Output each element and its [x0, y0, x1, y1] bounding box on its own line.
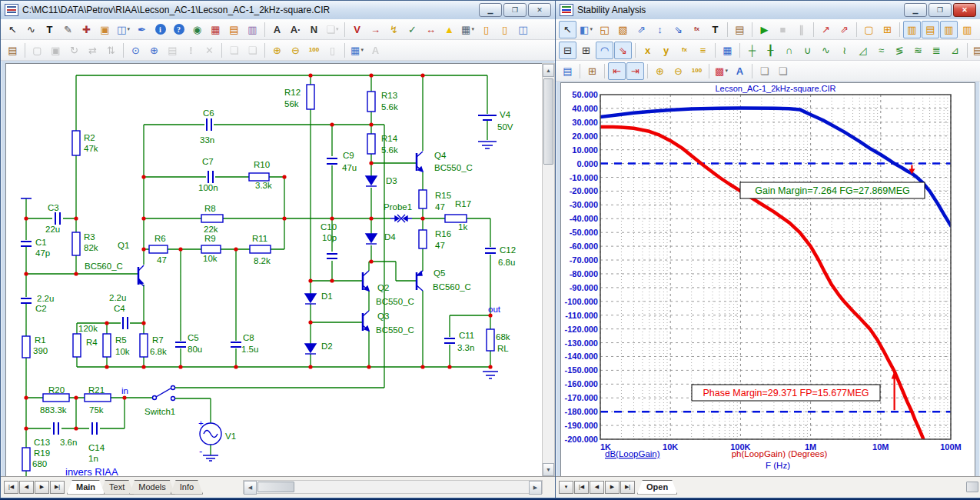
minimize-button[interactable]: ▁ — [904, 3, 927, 17]
horizontal-axis-icon[interactable]: ⊟ — [559, 42, 576, 59]
curve-tracker-icon[interactable]: ◠ — [596, 42, 613, 59]
wave-compare-icon[interactable]: ≶ — [891, 42, 909, 59]
grid-icon[interactable]: ▦▾ — [459, 21, 477, 38]
tab-nav-button[interactable]: ▾ — [559, 481, 573, 494]
restore-button[interactable]: ❐ — [929, 3, 952, 17]
bring-front-icon[interactable]: ❏ — [756, 62, 773, 80]
vertical-axis-icon[interactable]: ⊞ — [577, 42, 595, 59]
panel-one-icon[interactable]: ▥ — [903, 21, 921, 38]
split-view-icon[interactable]: ◫ — [514, 21, 532, 38]
wire-mode-icon[interactable]: ∿ — [22, 21, 40, 38]
sheet-list-icon[interactable]: ▤ — [225, 21, 243, 38]
wave-all-icon[interactable]: ⊿ — [946, 42, 964, 59]
scroll-down-icon[interactable]: ▼ — [543, 463, 554, 476]
tab-nav-button[interactable]: |◀ — [4, 481, 18, 494]
wave-bottom-icon[interactable]: ∪ — [799, 42, 816, 59]
formula-icon[interactable]: fx — [688, 21, 706, 38]
zoom-list-icon[interactable]: ≡ — [694, 42, 712, 59]
panel-three-icon[interactable]: ▥ — [940, 21, 958, 38]
tab-open[interactable]: Open — [637, 480, 677, 495]
scroll-left-icon[interactable]: ◀ — [244, 481, 257, 495]
wave-fall-icon[interactable]: ≀ — [835, 42, 853, 59]
cursor-right-icon[interactable]: ⇥ — [626, 62, 644, 80]
text-mode-icon[interactable]: T — [706, 21, 724, 38]
tab-nav-button[interactable]: ▶| — [620, 481, 635, 494]
tab-nav-button[interactable]: ◀ — [19, 481, 34, 494]
vscroll-thumb[interactable] — [543, 78, 553, 165]
zoom-window-icon[interactable]: ◱ — [596, 21, 613, 38]
tab-nav-button[interactable]: |◀ — [574, 481, 589, 494]
tab-info[interactable]: Info — [171, 480, 203, 495]
tab-nav-button[interactable]: ▶ — [605, 481, 620, 494]
scroll-up-icon[interactable]: ▲ — [543, 64, 554, 77]
properties-icon[interactable]: ▤ — [4, 42, 22, 59]
tab-nav-button[interactable]: ▶| — [50, 481, 65, 494]
zoom-out-icon[interactable]: ⊖ — [287, 42, 304, 59]
schematic-vscrollbar[interactable]: ▲ ▼ — [542, 63, 555, 477]
panel-two-icon[interactable]: ▤ — [922, 21, 939, 38]
analysis-titlebar[interactable]: Stability Analysis ▁ ❐ ✕ — [556, 1, 980, 19]
restore-button[interactable]: ❐ — [503, 3, 527, 17]
tab-text[interactable]: Text — [100, 480, 134, 495]
cursor-next-icon[interactable]: ⇗ — [835, 21, 853, 38]
page-info-icon[interactable]: ▯ — [496, 21, 513, 38]
wave-cross-icon[interactable]: ≈ — [872, 42, 890, 59]
font-icon[interactable]: A — [731, 62, 749, 80]
find-node-icon[interactable]: N — [305, 21, 323, 38]
send-back-icon[interactable]: ❏ — [774, 62, 792, 80]
cursor-mode-icon[interactable]: ↗ — [817, 21, 835, 38]
annotate-icon[interactable]: ▥ — [244, 21, 261, 38]
pin-connection-icon[interactable]: ↔ — [422, 21, 440, 38]
list-icon[interactable]: ▤ — [559, 62, 576, 80]
tab-models[interactable]: Models — [129, 480, 174, 495]
zoom-100-icon[interactable]: 100 — [688, 62, 706, 80]
scale-y-icon[interactable]: ↕ — [651, 21, 669, 38]
wave-peak-icon[interactable]: ┼ — [743, 42, 761, 59]
web-icon[interactable]: ◉ — [188, 21, 206, 38]
wave-valley-icon[interactable]: ╂ — [762, 42, 779, 59]
wave-rise-icon[interactable]: ∿ — [817, 42, 835, 59]
model-editor-icon[interactable]: ▦ — [207, 21, 224, 38]
close-button[interactable]: ✕ — [953, 3, 976, 17]
find-attr-icon[interactable]: A· — [287, 21, 304, 38]
scroll-right-icon[interactable]: ▶ — [529, 481, 542, 495]
panel-four-icon[interactable]: ▥ — [958, 21, 976, 38]
schematic-canvas[interactable]: R247kR382kC322uC147p2.2uC2R1390120kR4R51… — [5, 63, 543, 477]
zoom-x-icon[interactable]: x — [639, 42, 656, 59]
tab-nav-button[interactable]: ◀ — [590, 481, 604, 494]
analysis-hscroll-thumb[interactable] — [966, 482, 978, 492]
zoom-out-icon[interactable]: ⊖ — [669, 62, 687, 80]
zoom-in-icon[interactable]: ⊕ — [651, 62, 669, 80]
gain-margin-label[interactable]: Gain Margin=7.264 FG=27.869MEG — [740, 182, 925, 198]
design-check-icon[interactable]: ✓ — [404, 21, 421, 38]
warning-icon[interactable]: ▲ — [440, 21, 458, 38]
zoom-y-icon[interactable]: y — [657, 42, 675, 59]
phase-margin-label[interactable]: Phase Margin=29.371 FP=15.677MEG — [692, 385, 880, 401]
flag-icon[interactable]: ✚ — [78, 21, 95, 38]
scale-xy-icon[interactable]: ⇗ — [633, 21, 650, 38]
data-points-icon[interactable]: ⊞ — [879, 21, 896, 38]
line-draw-icon[interactable]: ✎ — [59, 21, 77, 38]
find-icon[interactable]: ⊙ — [127, 42, 145, 59]
attribute-pen-icon[interactable]: ✒ — [133, 21, 151, 38]
find-text-icon[interactable]: A — [268, 21, 286, 38]
select-box-icon[interactable]: ▢ — [860, 21, 878, 38]
edit-table-icon[interactable]: ▦ — [719, 42, 736, 59]
find-next-icon[interactable]: ⊕ — [145, 42, 163, 59]
zoom-in-icon[interactable]: ⊕ — [268, 42, 286, 59]
hscroll-thumb[interactable] — [257, 482, 294, 492]
schematic-hscrollbar[interactable]: ◀ ▶ — [243, 480, 543, 494]
node-number-icon[interactable]: → — [367, 21, 384, 38]
zoom-area-icon[interactable]: ▧ — [614, 21, 632, 38]
cursor-left-icon[interactable]: ⇤ — [608, 62, 626, 80]
help-icon[interactable]: ? — [170, 21, 188, 38]
wave-top-icon[interactable]: ∩ — [780, 42, 798, 59]
select-tool-icon[interactable]: ↖ — [4, 21, 22, 38]
properties-icon[interactable]: ▤ — [731, 21, 749, 38]
legend-gain[interactable]: dB(LoopGain) — [605, 449, 660, 458]
shapes-icon[interactable]: ◧▾ — [577, 21, 595, 38]
cursor-tracker-icon[interactable]: ⇘ — [614, 42, 632, 59]
scale-x-icon[interactable]: ⇘ — [669, 21, 687, 38]
minimize-button[interactable]: ▁ — [479, 3, 502, 17]
tab-main[interactable]: Main — [67, 480, 105, 495]
